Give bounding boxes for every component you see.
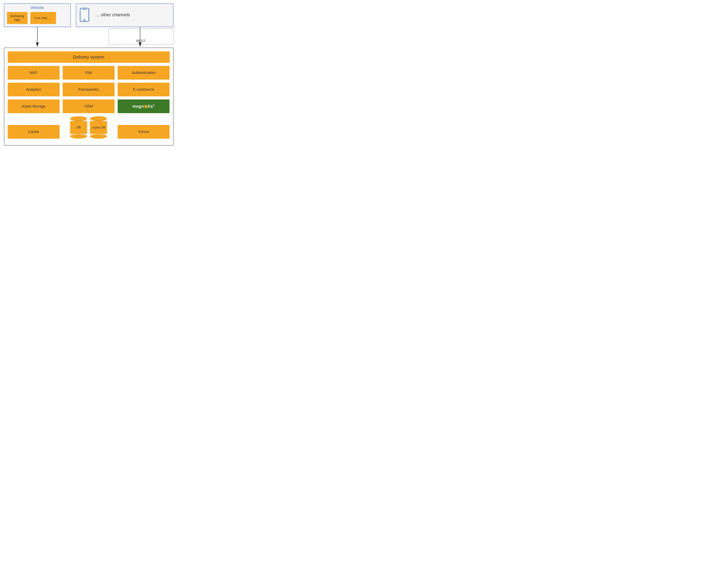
db-cylinder-bottom [70, 134, 87, 139]
forms-box: Forms [117, 125, 169, 139]
cache-cell: Cache [8, 125, 60, 139]
main-box: Delivery system MAT PIM Authentication A… [4, 48, 174, 145]
db-label: DB [77, 126, 81, 129]
pim-cell: PIM [63, 66, 114, 80]
db-cylinder-body: DB [70, 121, 87, 134]
website-box: Website Marketingtags Live chat, … [4, 3, 71, 27]
db-cell: DB Legacy DB [63, 116, 114, 139]
mat-box: MAT [8, 66, 60, 80]
row-4: Cache DB [8, 116, 170, 139]
arrows-svg [4, 27, 174, 48]
legacy-db-cylinder-body: Legacy DB [90, 121, 107, 134]
magnolia-box: magn◉lia® [117, 100, 169, 113]
phone-icon [79, 7, 90, 22]
website-inner: Marketingtags Live chat, … [7, 12, 68, 24]
legacy-db-cylinder-bottom [90, 134, 107, 139]
row-3: Asset Storage CRM magn◉lia® [8, 100, 170, 113]
connector-area: REST [4, 27, 174, 48]
mat-cell: MAT [8, 66, 60, 80]
ecommerce-cell: E-commerce [117, 83, 169, 97]
crm-cell: CRM [63, 100, 114, 113]
asset-storage-cell: Asset Storage [8, 100, 60, 113]
pim-box: PIM [63, 66, 114, 80]
top-row: Website Marketingtags Live chat, … … oth… [4, 3, 174, 27]
legacy-db-cylinder-wrapper: Legacy DB [90, 116, 107, 139]
frameworks-cell: Frameworks [63, 83, 114, 97]
cache-box: Cache [8, 125, 60, 139]
db-cylinder-wrapper: DB [70, 116, 87, 139]
website-title: Website [7, 5, 68, 10]
other-channels-title: … other channels [95, 12, 130, 18]
live-chat-box: Live chat, … [30, 12, 56, 24]
magnolia-cell: magn◉lia® [117, 100, 169, 113]
ecommerce-box: E-commerce [117, 83, 169, 97]
authentication-box: Authentication [117, 66, 169, 80]
legacy-db-label: Legacy DB [92, 126, 105, 129]
svg-point-2 [84, 19, 85, 21]
crm-box: CRM [63, 100, 114, 113]
row-1: MAT PIM Authentication [8, 66, 170, 80]
analytics-box: Analytics [8, 83, 60, 97]
other-channels-box: … other channels [76, 3, 174, 27]
asset-storage-box: Asset Storage [8, 100, 60, 113]
legacy-db-cylinder: Legacy DB [90, 116, 107, 139]
db-container: DB Legacy DB [63, 116, 114, 139]
legacy-db-cylinder-top [90, 116, 107, 121]
diagram-wrapper: Website Marketingtags Live chat, … … oth… [4, 3, 174, 145]
analytics-cell: Analytics [8, 83, 60, 97]
db-cylinder-top [70, 116, 87, 121]
db-cylinder: DB [70, 116, 87, 139]
svg-rect-1 [82, 9, 87, 9]
delivery-box: Delivery system [8, 51, 170, 63]
authentication-cell: Authentication [117, 66, 169, 80]
magnolia-logo: magn◉lia® [132, 104, 155, 109]
frameworks-box: Frameworks [63, 83, 114, 97]
delivery-row: Delivery system [8, 51, 170, 63]
row-2: Analytics Frameworks E-commerce [8, 83, 170, 97]
marketing-tags-box: Marketingtags [7, 12, 28, 24]
forms-cell: Forms [117, 125, 169, 139]
